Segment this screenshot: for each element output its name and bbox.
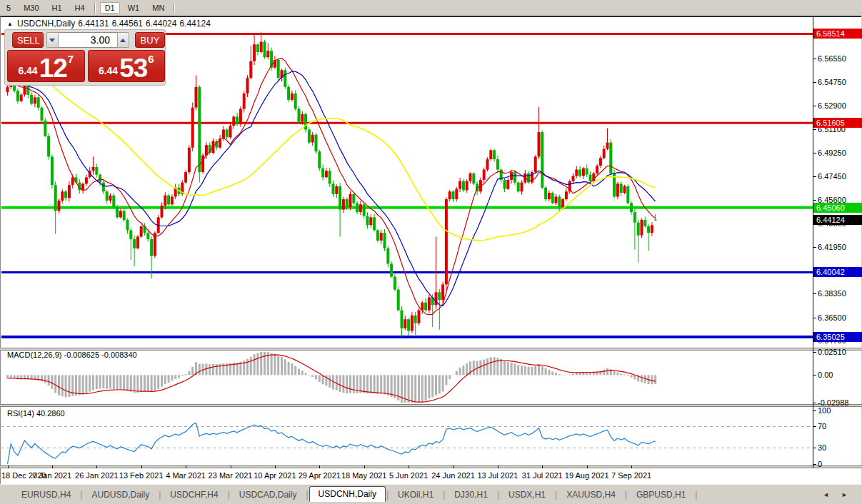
tab-separator: | bbox=[443, 490, 445, 500]
price-tick-label: 6.38350 bbox=[818, 289, 846, 298]
price-tick-mark bbox=[813, 293, 816, 294]
tab-eurusd-h4[interactable]: EURUSD,H4 bbox=[13, 488, 79, 502]
buy-pips: 53 bbox=[119, 58, 147, 79]
price-badge: 6.35025 bbox=[813, 332, 862, 342]
chevron-up-icon bbox=[120, 39, 126, 42]
tab-ukoil-h1[interactable]: UKOil,H1 bbox=[389, 488, 442, 502]
toolbar-separator bbox=[174, 3, 175, 14]
date-label: 10 Apr 2021 bbox=[254, 471, 296, 480]
price-tick-label: 6.49250 bbox=[818, 148, 846, 157]
buy-price-display[interactable]: 6.44 53 6 bbox=[88, 50, 166, 82]
price-axis-border bbox=[813, 17, 813, 468]
one-click-trading-panel: SELL BUY 6.44 12 7 6.44 53 6 bbox=[4, 29, 166, 86]
price-badge: 6.40042 bbox=[813, 267, 862, 277]
macd-tick-mark bbox=[813, 403, 816, 403]
price-tick-mark bbox=[813, 129, 816, 130]
timeframe-MN[interactable]: MN bbox=[147, 2, 169, 14]
date-label: 31 Jul 2021 bbox=[522, 471, 563, 480]
price-tick-label: 6.41950 bbox=[818, 243, 846, 251]
ohlc-low: 6.44024 bbox=[146, 19, 176, 29]
price-tick-mark bbox=[813, 247, 816, 248]
timeframe-H1[interactable]: H1 bbox=[47, 2, 67, 14]
rsi-tick-label: 0 bbox=[818, 460, 822, 468]
tab-usdx-h1[interactable]: USDX,H1 bbox=[500, 488, 554, 502]
price-badge: 6.58514 bbox=[813, 29, 862, 39]
tab-usdcad-daily[interactable]: USDCAD,Daily bbox=[231, 488, 306, 502]
tab-dj30-h1[interactable]: DJ30,H1 bbox=[446, 488, 496, 502]
date-label: 26 Jan 2021 bbox=[75, 471, 119, 480]
timeframe-D1[interactable]: D1 bbox=[100, 2, 120, 14]
timeframe-5[interactable]: 5 bbox=[1, 2, 16, 14]
timeframe-H4[interactable]: H4 bbox=[70, 2, 90, 14]
date-tick-mark bbox=[631, 465, 632, 468]
tabs-scroll-right-button[interactable]: ► bbox=[841, 491, 848, 498]
date-label: 24 Jun 2021 bbox=[431, 471, 475, 480]
date-tick-mark bbox=[52, 465, 53, 468]
tab-audusd-daily[interactable]: AUDUSD,Daily bbox=[83, 488, 158, 502]
rsi-tick-mark bbox=[813, 464, 816, 465]
rsi-tick-mark bbox=[813, 410, 816, 411]
price-tick-label: 6.36500 bbox=[818, 313, 846, 322]
timeframe-toolbar: 5M30H1H4D1W1MN bbox=[0, 0, 862, 16]
chart-symbol-label: USDCNH,Daily bbox=[17, 19, 75, 29]
price-tick-label: 6.47450 bbox=[818, 172, 846, 181]
price-tick-mark bbox=[813, 106, 816, 106]
rsi-tick-mark bbox=[813, 448, 816, 448]
date-label: 13 Jul 2021 bbox=[477, 471, 518, 480]
date-label: 23 Mar 2021 bbox=[209, 471, 253, 480]
mt4-window: 5M30H1H4D1W1MN ▲USDCNH,Daily6.441316.445… bbox=[0, 0, 862, 504]
sell-price-display[interactable]: 6.44 12 7 bbox=[7, 50, 85, 82]
macd-tick-label: 0.02510 bbox=[818, 348, 846, 356]
date-axis-splitter bbox=[0, 465, 862, 468]
date-tick-mark bbox=[409, 465, 409, 468]
buy-pipette: 6 bbox=[148, 53, 154, 65]
ohlc-high: 6.44561 bbox=[112, 19, 143, 29]
tab-separator: | bbox=[80, 490, 82, 500]
tab-usdcnh-daily[interactable]: USDCNH,Daily bbox=[309, 486, 386, 502]
sell-big-figure: 6.44 bbox=[18, 65, 37, 76]
sell-button[interactable]: SELL bbox=[12, 32, 44, 48]
tab-separator: | bbox=[497, 490, 499, 500]
macd-tick-mark bbox=[813, 352, 816, 353]
chart-title: ▲USDCNH,Daily6.441316.445616.440246.4412… bbox=[7, 19, 214, 29]
price-badge: 6.51605 bbox=[813, 118, 862, 128]
macd-tick-label: 0.00 bbox=[818, 371, 833, 379]
tab-separator: | bbox=[159, 490, 161, 500]
volume-input[interactable] bbox=[59, 32, 117, 48]
tabs-scroll-left-button[interactable]: ◄ bbox=[823, 491, 829, 498]
date-tick-mark bbox=[8, 465, 9, 468]
date-label: 7 Sep 2021 bbox=[611, 471, 651, 480]
rsi-label: RSI(14) 40.2860 bbox=[7, 409, 65, 418]
date-tick-mark bbox=[587, 465, 588, 468]
tabs-host: EURUSD,H4|AUDUSD,Daily|USDCHF,H4|USDCAD,… bbox=[13, 487, 698, 503]
sell-pipette: 7 bbox=[68, 53, 74, 65]
tab-xauusd-h4[interactable]: XAUUSD,H4 bbox=[558, 488, 624, 502]
timeframe-M30[interactable]: M30 bbox=[19, 2, 44, 14]
volume-decrease-button[interactable] bbox=[46, 32, 59, 48]
price-tick-mark bbox=[813, 318, 816, 318]
date-tick-mark bbox=[141, 465, 142, 468]
price-badge: 6.44124 bbox=[813, 215, 862, 225]
toolbar-separator bbox=[94, 3, 96, 14]
macd-label: MACD(12,26,9) -0.008625 -0.008340 bbox=[7, 351, 137, 359]
price-tick-mark bbox=[813, 153, 816, 153]
collapse-panel-icon[interactable]: ▲ bbox=[7, 21, 13, 27]
chart-area bbox=[0, 16, 861, 485]
ohlc-close: 6.44124 bbox=[179, 19, 210, 29]
buy-button[interactable]: BUY bbox=[135, 32, 165, 48]
tab-separator: | bbox=[625, 490, 627, 500]
price-tick-label: 6.52900 bbox=[818, 101, 846, 110]
rsi-tick-label: 100 bbox=[818, 406, 831, 415]
date-label: 13 Feb 2021 bbox=[119, 471, 164, 480]
rsi-splitter[interactable] bbox=[0, 404, 862, 407]
tab-usdchf-h4[interactable]: USDCHF,H4 bbox=[161, 488, 226, 502]
date-tick-mark bbox=[186, 465, 186, 468]
timeframe-W1[interactable]: W1 bbox=[123, 2, 145, 14]
date-tick-mark bbox=[364, 465, 365, 468]
volume-increase-button[interactable] bbox=[117, 32, 129, 48]
price-tick-mark bbox=[813, 200, 816, 201]
tab-gbpusd-h1[interactable]: GBPUSD,H1 bbox=[628, 488, 694, 502]
date-label: 19 Aug 2021 bbox=[565, 471, 609, 480]
chart-tabs-bar: EURUSD,H4|AUDUSD,Daily|USDCHF,H4|USDCAD,… bbox=[0, 484, 862, 504]
price-tick-label: 6.56550 bbox=[818, 54, 846, 63]
